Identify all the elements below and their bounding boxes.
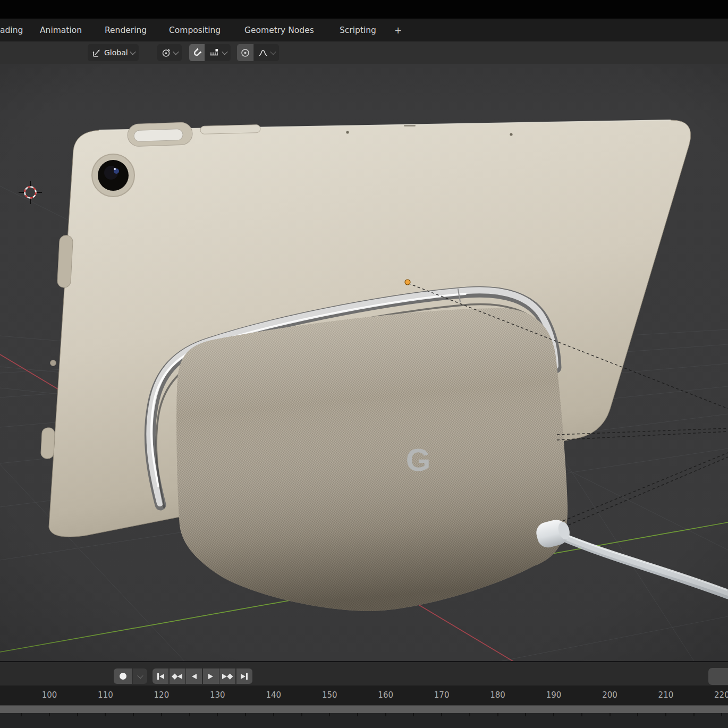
speaker-dock[interactable]: G	[176, 308, 568, 611]
frame-label: 170	[434, 690, 450, 700]
frame-tick	[637, 713, 638, 716]
tablet-power-button	[127, 122, 192, 147]
snap-increment-icon	[209, 48, 220, 58]
frame-label: 140	[266, 690, 281, 700]
workspace-tab-animation[interactable]: Animation	[40, 19, 82, 41]
frame-tick	[497, 713, 498, 716]
jump-to-next-keyframe-icon	[227, 673, 233, 679]
frame-tick	[329, 713, 330, 716]
timeline-header	[0, 661, 728, 687]
jump-to-end-button[interactable]	[236, 668, 252, 684]
proportional-falloff-dropdown[interactable]	[254, 44, 279, 61]
frame-tick	[21, 713, 22, 716]
frame-tick	[413, 713, 414, 716]
playback-controls	[153, 668, 252, 684]
frame-tick	[189, 713, 190, 716]
frame-tick	[133, 713, 134, 716]
frame-tick	[693, 713, 695, 716]
timeline-ruler[interactable]: 100110120130140150160170180190200210220	[0, 685, 728, 705]
jump-to-prev-keyframe-button[interactable]	[170, 668, 185, 684]
dock-g-logo: G	[406, 442, 431, 478]
jump-to-prev-keyframe-icon	[172, 673, 177, 679]
frame-label: 210	[658, 690, 674, 700]
tablet-camera	[92, 154, 134, 197]
proportional-editing-toggle[interactable]	[237, 44, 253, 61]
frame-tick	[441, 713, 442, 716]
play-button[interactable]	[203, 668, 219, 684]
play-icon	[208, 674, 213, 679]
frame-tick	[105, 713, 106, 716]
add-workspace-button[interactable]: +	[394, 19, 402, 41]
workspace-tab-compositing[interactable]: Compositing	[169, 19, 221, 41]
proportional-editing-controls	[237, 44, 279, 61]
auto-keying-controls	[114, 668, 147, 684]
jump-to-start-button[interactable]	[153, 668, 168, 684]
record-dot-icon	[120, 673, 126, 680]
pivot-point-icon	[161, 48, 171, 58]
falloff-curve-icon	[258, 48, 268, 58]
auto-keying-toggle[interactable]	[114, 668, 132, 684]
frame-tick	[581, 713, 582, 716]
magnet-icon	[192, 48, 202, 58]
frame-tick	[385, 713, 386, 716]
orientation-axes-icon	[91, 48, 101, 58]
frame-label: 150	[322, 690, 337, 700]
workspace-tab-rendering[interactable]: Rendering	[105, 19, 147, 41]
jump-to-prev-keyframe-icon	[177, 674, 182, 679]
frame-tick	[77, 713, 78, 716]
frame-tick	[357, 713, 358, 716]
keying-set-dropdown[interactable]	[133, 668, 147, 684]
frame-tick	[245, 713, 246, 716]
frame-tick	[469, 713, 470, 716]
screen-top-strip	[0, 0, 728, 19]
frame-tick	[525, 713, 526, 716]
chevron-down-icon	[137, 672, 143, 678]
workspace-tab-scripting[interactable]: Scripting	[340, 19, 376, 41]
jump-to-end-icon	[246, 673, 248, 680]
snap-toggle-button[interactable]	[189, 44, 205, 61]
frame-tick	[161, 713, 162, 716]
frame-tick	[610, 713, 611, 716]
frame-tick	[665, 713, 666, 716]
frame-label: 130	[210, 690, 225, 700]
jump-to-next-keyframe-button[interactable]	[219, 668, 235, 684]
blender-window: { "workspace_tabs": { "items": [ {"label…	[0, 0, 728, 728]
frame-label: 100	[42, 690, 57, 700]
snap-target-dropdown[interactable]	[205, 44, 231, 61]
jump-to-start-icon	[159, 674, 164, 679]
workspace-tab-ading[interactable]: ading	[0, 19, 23, 41]
frame-label: 160	[378, 690, 393, 700]
play-reverse-button[interactable]	[186, 668, 202, 684]
jump-to-start-icon	[157, 673, 159, 680]
frame-tick	[553, 713, 554, 716]
frame-label: 190	[546, 690, 562, 700]
object-origin-dot[interactable]	[405, 280, 410, 285]
frame-tick	[301, 713, 302, 716]
chevron-down-icon	[270, 49, 276, 55]
workspace-tab-bar: adingAnimationRenderingCompositingGeomet…	[0, 19, 728, 41]
pivot-point-dropdown[interactable]	[157, 44, 182, 61]
jump-to-end-icon	[241, 674, 246, 679]
chevron-down-icon	[222, 49, 227, 55]
frame-label: 110	[98, 690, 113, 700]
frame-tick	[721, 713, 722, 716]
frame-label: 180	[490, 690, 505, 700]
viewport-header: Global	[0, 41, 728, 64]
snapping-controls	[189, 44, 231, 61]
proportional-circle-icon	[240, 48, 250, 58]
chevron-down-icon	[130, 49, 136, 55]
workspace-tab-geometry-nodes[interactable]: Geometry Nodes	[244, 19, 314, 41]
frame-label: 200	[602, 690, 617, 700]
transform-orientation-dropdown[interactable]: Global	[88, 44, 139, 61]
transform-orientation-label: Global	[104, 48, 128, 57]
timeline-track-area[interactable]	[0, 713, 728, 728]
chevron-down-icon	[173, 49, 179, 55]
frame-tick	[49, 713, 50, 716]
frame-label: 220	[714, 690, 728, 700]
tablet-volume-rocker	[200, 125, 260, 134]
current-frame-field[interactable]	[708, 668, 728, 685]
frame-label: 120	[154, 690, 170, 700]
frame-tick	[217, 713, 218, 716]
3d-viewport[interactable]: G	[0, 64, 728, 661]
frame-tick	[273, 713, 274, 716]
